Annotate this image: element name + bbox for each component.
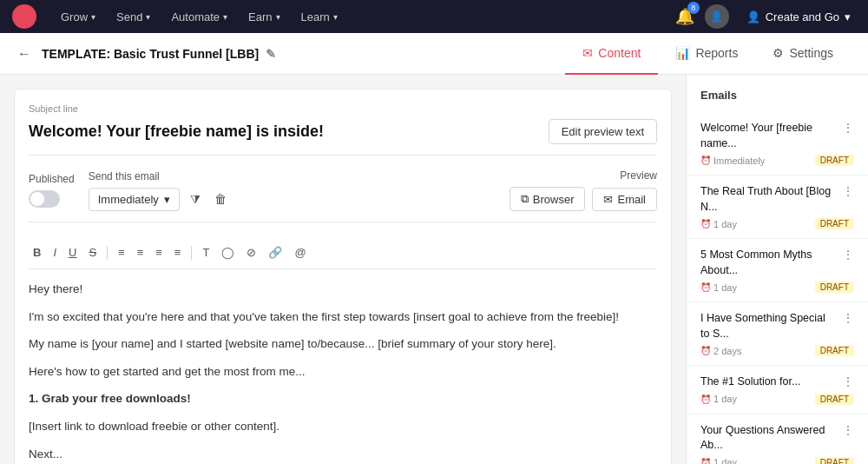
email-body[interactable]: Hey there! I'm so excited that you're he… (29, 280, 657, 464)
draft-badge: DRAFT (815, 457, 854, 465)
email-item-time: ⏰ Immediately (700, 156, 765, 166)
body-line-1: Hey there! (29, 280, 657, 299)
email-menu-icon[interactable]: ⋮ (842, 121, 854, 135)
draft-badge: DRAFT (815, 345, 854, 356)
body-line-3: My name is [your name] and I started [we… (29, 335, 657, 354)
email-item-title: I Have Something Special to S... (700, 311, 837, 341)
nav-earn[interactable]: Earn ▾ (240, 7, 288, 27)
edit-title-icon[interactable]: ✎ (266, 47, 276, 61)
chevron-down-icon: ▾ (276, 12, 280, 22)
link-button[interactable]: 🔗 (264, 243, 286, 262)
delete-icon[interactable]: 🗑 (211, 189, 230, 209)
main-content: Subject line Welcome! Your [freebie name… (0, 75, 868, 464)
email-list-item[interactable]: I Have Something Special to S... ⋮ ⏰ 2 d… (687, 302, 868, 366)
email-list-item[interactable]: Welcome! Your [freebie name... ⋮ ⏰ Immed… (687, 112, 868, 176)
align-center-button[interactable]: ≡ (133, 243, 148, 262)
nav-right: 🔔 8 👤 👤 Create and Go ▾ (675, 4, 858, 29)
create-and-go-button[interactable]: 👤 Create and Go ▾ (740, 7, 858, 27)
sub-nav-tabs: ✉ Content 📊 Reports ⚙ Settings (565, 33, 851, 75)
tab-content[interactable]: ✉ Content (565, 33, 658, 75)
align-right-button[interactable]: ≡ (151, 243, 167, 262)
clock-icon: ⏰ (700, 458, 711, 465)
edit-preview-button[interactable]: Edit preview text (549, 119, 657, 144)
published-label: Published (29, 173, 75, 185)
published-toggle[interactable] (29, 190, 60, 208)
strikethrough-button[interactable]: S (84, 243, 101, 262)
preview-browser-button[interactable]: ⧉ Browser (510, 187, 586, 211)
back-arrow-button[interactable]: ← (17, 46, 31, 62)
email-menu-icon[interactable]: ⋮ (842, 311, 854, 325)
sidebar-title: Emails (687, 89, 868, 112)
mention-button[interactable]: @ (290, 243, 310, 262)
body-line-2: I'm so excited that you're here and that… (29, 308, 657, 327)
subject-line-text[interactable]: Welcome! Your [freebie name] is inside! (29, 123, 324, 141)
bold-button[interactable]: B (29, 243, 45, 262)
toolbar-divider (107, 246, 108, 260)
draft-badge: DRAFT (815, 394, 854, 405)
send-row: Published Send this email Immediately ▾ … (29, 169, 657, 222)
body-line-6: [Insert link to download freebie or othe… (29, 417, 657, 436)
email-item-title: Welcome! Your [freebie name... (700, 121, 837, 151)
preview-buttons: ⧉ Browser ✉ Email (510, 187, 657, 211)
right-sidebar: Emails Welcome! Your [freebie name... ⋮ … (686, 75, 868, 464)
shape-button[interactable]: ◯ (217, 243, 239, 262)
align-justify-button[interactable]: ≡ (170, 243, 186, 262)
email-menu-icon[interactable]: ⋮ (842, 248, 854, 262)
settings-icon: ⚙ (773, 46, 784, 60)
email-list-item[interactable]: The Real Truth About [Blog N... ⋮ ⏰ 1 da… (687, 176, 868, 239)
email-item-time: ⏰ 1 day (700, 219, 737, 229)
nav-automate[interactable]: Automate ▾ (162, 7, 236, 27)
nav-learn[interactable]: Learn ▾ (293, 7, 346, 27)
logo[interactable] (10, 3, 38, 30)
email-item-title: The Real Truth About [Blog N... (700, 184, 837, 215)
user-avatar[interactable]: 👤 (705, 4, 729, 29)
send-this-section: Send this email Immediately ▾ ⧩ 🗑 (89, 170, 230, 211)
top-nav: Grow ▾ Send ▾ Automate ▾ Earn ▾ Learn ▾ … (0, 0, 868, 33)
email-item-time: ⏰ 1 day (700, 282, 737, 293)
nav-grow[interactable]: Grow ▾ (52, 7, 104, 27)
email-list: Welcome! Your [freebie name... ⋮ ⏰ Immed… (687, 112, 868, 464)
preview-section: Preview ⧉ Browser ✉ Email (510, 169, 657, 211)
chevron-down-icon: ▾ (164, 193, 170, 206)
email-menu-icon[interactable]: ⋮ (842, 375, 854, 388)
email-menu-icon[interactable]: ⋮ (842, 184, 854, 198)
content-icon: ✉ (582, 46, 593, 60)
chevron-down-icon: ▾ (845, 10, 851, 23)
preview-email-button[interactable]: ✉ Email (592, 188, 657, 211)
send-timing-select[interactable]: Immediately ▾ (89, 188, 180, 211)
email-item-title: 5 Most Common Myths About... (700, 248, 837, 278)
clock-icon: ⏰ (700, 394, 711, 404)
nav-send[interactable]: Send ▾ (108, 7, 159, 27)
clock-icon: ⏰ (700, 156, 711, 165)
align-left-button[interactable]: ≡ (114, 243, 129, 262)
chevron-down-icon: ▾ (91, 12, 95, 22)
email-item-title: Your Questions Answered Ab... (700, 423, 837, 454)
block-button[interactable]: ⊘ (242, 243, 260, 262)
preview-label: Preview (620, 169, 657, 182)
draft-badge: DRAFT (815, 218, 854, 229)
underline-button[interactable]: U (64, 243, 81, 262)
body-line-5: 1. Grab your free downloads! (29, 389, 657, 408)
email-menu-icon[interactable]: ⋮ (842, 423, 854, 437)
tab-settings[interactable]: ⚙ Settings (755, 33, 851, 75)
text-format-button[interactable]: T (198, 243, 214, 262)
editor-toolbar: B I U S ≡ ≡ ≡ ≡ T ◯ ⊘ 🔗 @ (29, 236, 657, 269)
email-list-item[interactable]: Your Questions Answered Ab... ⋮ ⏰ 1 day … (687, 414, 868, 465)
email-list-item[interactable]: 5 Most Common Myths About... ⋮ ⏰ 1 day D… (687, 239, 868, 302)
template-title: TEMPLATE: Basic Trust Funnel [LBB] ✎ (42, 47, 565, 61)
email-list-item[interactable]: The #1 Solution for... ⋮ ⏰ 1 day DRAFT (687, 366, 868, 414)
editor-area: Subject line Welcome! Your [freebie name… (0, 75, 686, 464)
send-this-controls: Immediately ▾ ⧩ 🗑 (89, 188, 230, 211)
svg-point-0 (12, 4, 36, 29)
chevron-down-icon: ▾ (146, 12, 150, 22)
toolbar-divider (191, 246, 192, 260)
filter-icon[interactable]: ⧩ (187, 189, 204, 210)
draft-badge: DRAFT (815, 155, 854, 166)
bell-button[interactable]: 🔔 8 (675, 7, 694, 26)
clock-icon: ⏰ (700, 282, 711, 292)
toggle-knob (30, 192, 44, 206)
body-line-7: Next... (29, 445, 657, 464)
subject-line-label: Subject line (29, 103, 657, 114)
italic-button[interactable]: I (49, 243, 61, 262)
tab-reports[interactable]: 📊 Reports (658, 33, 755, 75)
